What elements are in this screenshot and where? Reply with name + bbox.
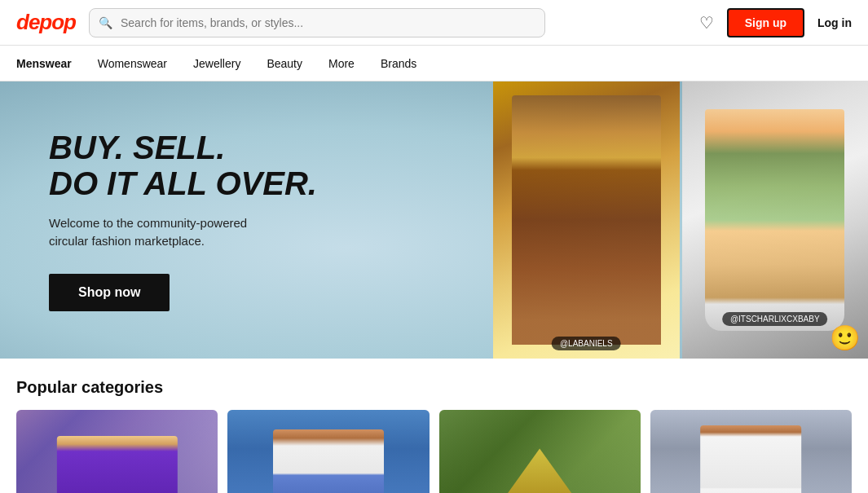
hero-content: BUY. SELL. DO IT ALL OVER. Welcome to th… [0, 97, 391, 344]
shop-now-button[interactable]: Shop now [49, 274, 170, 311]
login-button[interactable]: Log in [817, 16, 852, 29]
wishlist-button[interactable]: ♡ [699, 13, 714, 33]
nav-item-menswear[interactable]: Menswear [16, 51, 85, 77]
signup-button[interactable]: Sign up [727, 8, 804, 37]
nav-item-brands[interactable]: Brands [368, 51, 430, 77]
logo[interactable]: depop [16, 10, 76, 35]
search-input[interactable] [89, 8, 545, 37]
hero-section: BUY. SELL. DO IT ALL OVER. Welcome to th… [0, 81, 868, 359]
hero-image-left: @LABANIELS [493, 81, 680, 359]
hero-images: @LABANIELS @ITSCHARLIXCXBABY 🙂 [493, 81, 868, 359]
hero-image-right-tag: @ITSCHARLIXCXBABY [722, 312, 828, 326]
category-card-sportswear[interactable] [650, 410, 852, 493]
category-card-womenswear[interactable] [227, 410, 429, 493]
smiley-icon: 🙂 [830, 324, 860, 352]
hero-subtitle: Welcome to the community-powered circula… [49, 214, 277, 251]
main-nav: Menswear Womenswear Jewellery Beauty Mor… [0, 46, 868, 81]
nav-item-womenswear[interactable]: Womenswear [85, 51, 180, 77]
header: depop 🔍 ♡ Sign up Log in [0, 0, 868, 46]
category-card-streetwear[interactable] [439, 410, 641, 493]
hero-image-left-tag: @LABANIELS [552, 337, 621, 350]
hero-image-right: @ITSCHARLIXCXBABY 🙂 [682, 81, 869, 359]
hero-title: BUY. SELL. DO IT ALL OVER. [49, 130, 342, 201]
search-icon: 🔍 [99, 16, 112, 29]
header-actions: ♡ Sign up Log in [699, 8, 852, 37]
nav-item-more[interactable]: More [315, 51, 368, 77]
categories-title: Popular categories [16, 378, 852, 397]
categories-grid [16, 410, 852, 493]
nav-item-jewellery[interactable]: Jewellery [180, 51, 253, 77]
categories-section: Popular categories [0, 359, 868, 493]
search-container: 🔍 [89, 8, 545, 37]
nav-item-beauty[interactable]: Beauty [253, 51, 315, 77]
category-card-menswear[interactable] [16, 410, 218, 493]
